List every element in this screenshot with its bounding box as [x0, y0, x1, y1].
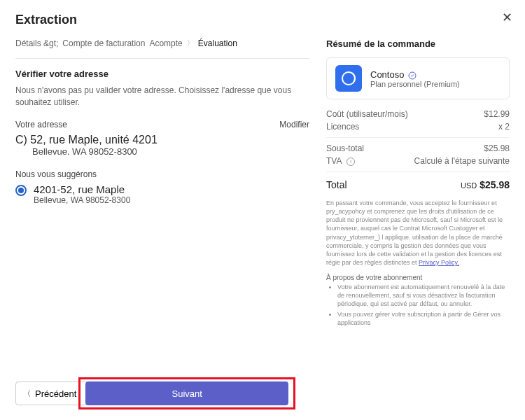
breadcrumb-step-details[interactable]: Détails &gt; [15, 38, 58, 48]
entered-address-line1: C) 52, rue Maple, unité 4201 [15, 134, 309, 146]
divider [326, 172, 510, 172]
left-panel: Détails &gt; Compte de facturation Acomp… [15, 38, 309, 405]
breadcrumb-step-acompte[interactable]: Acompte [149, 38, 182, 48]
divider [326, 137, 510, 138]
info-icon[interactable]: i [346, 158, 355, 166]
verify-address-heading: Vérifier votre adresse [15, 69, 309, 79]
privacy-policy-link[interactable]: Privacy Policy. [419, 259, 459, 266]
vat-label: TVA [326, 156, 342, 166]
previous-button[interactable]: 〈 Précédent [15, 382, 88, 405]
subtotal-value: $25.98 [484, 144, 510, 153]
divider [15, 58, 309, 59]
legal-text: En passant votre commande, vous acceptez… [326, 199, 510, 267]
your-address-label: Votre adresse [15, 120, 67, 130]
cost-value: $12.99 [484, 109, 510, 119]
wizard-footer: 〈 Précédent Suivant [15, 373, 309, 405]
about-subscription-heading: À propos de votre abonnement [326, 274, 510, 281]
product-card: Contoso Plan personnel (Premium) [326, 57, 510, 99]
suggested-address-line2: Bellevue, WA 98052-8300 [34, 195, 130, 205]
next-button[interactable]: Suivant [85, 382, 288, 405]
about-item: Votre abonnement est automatiquement ren… [337, 283, 510, 308]
modal-title: Extraction [15, 13, 510, 27]
licenses-label: Licences [326, 122, 359, 132]
entered-address-line2: Bellevue. WA 98052-8300 [15, 146, 309, 157]
breadcrumb-step-evaluation: Évaluation [198, 38, 237, 48]
about-item: Vous pouvez gérer votre subscription à p… [337, 310, 510, 327]
radio-selected-icon[interactable] [15, 185, 27, 196]
checkout-modal: ✕ Extraction Détails &gt; Compte de fact… [0, 0, 525, 420]
modify-address-button[interactable]: Modifier [279, 120, 309, 130]
chevron-right-icon: 〉 [187, 38, 194, 48]
order-summary-panel: Résumé de la commande Contoso Plan perso… [309, 38, 510, 405]
previous-button-label: Précédent [35, 388, 76, 399]
cost-label: Coût (utilisateur/mois) [326, 109, 408, 119]
total-label: Total [326, 179, 347, 190]
licenses-value: x 2 [498, 122, 510, 132]
total-currency: USD [461, 181, 477, 190]
suggested-address-label: Nous vous suggérons [15, 169, 309, 179]
verified-badge-icon [408, 70, 416, 78]
suggested-address-option[interactable]: 4201-52, rue Maple Bellevue, WA 98052-83… [15, 183, 309, 205]
entered-address: C) 52, rue Maple, unité 4201 Bellevue. W… [15, 134, 309, 157]
close-button[interactable]: ✕ [502, 10, 512, 25]
vat-value: Calculé à l'étape suivante [414, 156, 510, 166]
chevron-left-icon: 〈 [23, 388, 31, 399]
order-summary-heading: Résumé de la commande [326, 38, 510, 49]
product-name: Contoso [370, 69, 404, 80]
breadcrumb: Détails &gt; Compte de facturation Acomp… [15, 38, 309, 48]
verify-address-description: Nous n'avons pas pu valider votre adress… [15, 85, 309, 108]
about-subscription-list: Votre abonnement est automatiquement ren… [326, 283, 510, 327]
suggested-address-line1: 4201-52, rue Maple [34, 183, 130, 195]
app-icon [335, 65, 362, 92]
breadcrumb-step-billing[interactable]: Compte de facturation [62, 38, 145, 48]
product-plan: Plan personnel (Premium) [370, 80, 460, 88]
total-value: $25.98 [479, 179, 510, 190]
subtotal-label: Sous-total [326, 144, 364, 153]
